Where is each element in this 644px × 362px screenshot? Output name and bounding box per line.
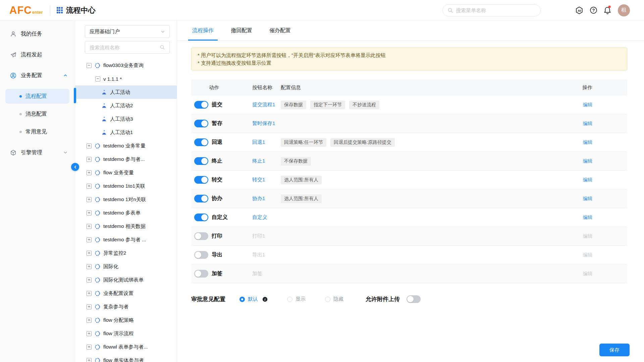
opinion-radio-option[interactable]: 隐藏 xyxy=(325,296,343,302)
tree-node[interactable]: −flow0303业务查询 xyxy=(75,59,177,72)
expand-icon[interactable]: + xyxy=(87,264,92,269)
info-icon[interactable]: i xyxy=(262,297,268,302)
collapse-icon[interactable]: − xyxy=(87,63,92,68)
apps-grid-icon[interactable] xyxy=(57,7,63,13)
tree-node[interactable]: +testdemo 参与者 ... xyxy=(75,233,177,246)
expand-icon[interactable]: + xyxy=(87,224,92,229)
tree-node[interactable]: +异常监控2 xyxy=(75,246,177,260)
tree-node[interactable]: +flow 单实体参与者 xyxy=(75,354,177,362)
attachment-upload-toggle[interactable] xyxy=(407,295,421,303)
expand-icon[interactable]: + xyxy=(87,358,92,362)
expand-icon[interactable]: + xyxy=(87,304,92,309)
sidebar-collapse-button[interactable] xyxy=(71,163,79,171)
expand-icon[interactable]: + xyxy=(87,210,92,216)
process-search-input[interactable] xyxy=(90,45,160,50)
button-name-link[interactable]: 终止1 xyxy=(252,158,265,164)
edit-link[interactable]: 编辑 xyxy=(583,121,592,126)
action-toggle[interactable] xyxy=(194,120,208,127)
collapse-icon[interactable]: − xyxy=(95,76,100,81)
tree-node[interactable]: 人工活动 xyxy=(75,85,177,99)
edit-link[interactable]: 编辑 xyxy=(583,102,592,107)
expand-icon[interactable]: + xyxy=(87,251,92,256)
edit-link[interactable]: 编辑 xyxy=(583,196,592,201)
tree-node[interactable]: +testdemo 1对n关联 xyxy=(75,193,177,206)
expand-icon[interactable]: + xyxy=(87,197,92,202)
tree-node[interactable]: +testdemo 1to1关联 xyxy=(75,179,177,193)
save-button[interactable]: 保存 xyxy=(599,344,630,356)
sidebar-item-message-config[interactable]: 消息配置 xyxy=(5,107,69,121)
sidebar-item-common-opinions[interactable]: 常用意见 xyxy=(5,124,69,139)
button-name-link[interactable]: 协办1 xyxy=(252,195,265,201)
tree-node[interactable]: 人工活动2 xyxy=(75,99,177,112)
edit-link[interactable]: 编辑 xyxy=(583,233,592,239)
notifications-bell-icon[interactable] xyxy=(603,5,612,15)
expand-icon[interactable]: + xyxy=(87,278,92,283)
button-name-link[interactable]: 加签 xyxy=(252,270,262,276)
tree-node[interactable]: +testdemo 多表单 xyxy=(75,206,177,220)
ai-assistant-icon[interactable]: AI xyxy=(575,5,584,15)
button-name-link[interactable]: 提交流程1 xyxy=(252,102,275,107)
button-name-link[interactable]: 转交1 xyxy=(252,177,265,182)
process-search[interactable] xyxy=(85,41,170,54)
sidebar-item-business-config[interactable]: 业务配置 xyxy=(0,65,75,86)
tree-node[interactable]: +业务配置设置 xyxy=(75,287,177,300)
expand-icon[interactable]: + xyxy=(87,291,92,296)
tree-node[interactable]: +flowwl 表单参与者... xyxy=(75,340,177,354)
action-toggle[interactable] xyxy=(194,232,208,240)
tree-node[interactable]: +复杂参与者 xyxy=(75,300,177,313)
button-name-link[interactable]: 打印1 xyxy=(252,233,265,239)
edit-link[interactable]: 编辑 xyxy=(583,252,592,257)
tree-node[interactable]: +testdemo 参与者... xyxy=(75,153,177,166)
expand-icon[interactable]: + xyxy=(87,157,92,162)
user-avatar[interactable]: 租 xyxy=(618,4,630,16)
expand-icon[interactable]: + xyxy=(87,237,92,242)
action-toggle[interactable] xyxy=(194,101,208,109)
radio-icon[interactable] xyxy=(287,297,292,302)
help-icon[interactable]: ? xyxy=(589,5,598,15)
tree-node[interactable]: +testdemo 相关数据 xyxy=(75,220,177,233)
tab-withdraw-config[interactable]: 撤回配置 xyxy=(230,27,253,41)
button-name-link[interactable]: 导出1 xyxy=(252,252,265,257)
edit-link[interactable]: 编辑 xyxy=(583,158,592,164)
sidebar-item-process-config[interactable]: 流程配置 xyxy=(5,89,69,104)
tree-node[interactable]: 人工活动1 xyxy=(75,126,177,139)
menu-search[interactable] xyxy=(442,4,541,16)
tree-node[interactable]: 人工活动3 xyxy=(75,112,177,126)
action-toggle[interactable] xyxy=(194,157,208,165)
tree-node[interactable]: −v 1.1.1 * xyxy=(75,72,177,85)
expand-icon[interactable]: + xyxy=(87,184,92,189)
action-toggle[interactable] xyxy=(194,214,208,221)
edit-link[interactable]: 编辑 xyxy=(583,139,592,145)
action-toggle[interactable] xyxy=(194,270,208,278)
action-toggle[interactable] xyxy=(194,251,208,259)
radio-icon[interactable] xyxy=(325,297,330,302)
tree-node[interactable]: +国际化测试绑表单 xyxy=(75,273,177,287)
tree-node[interactable]: +flow 演示流程 xyxy=(75,327,177,340)
expand-icon[interactable]: + xyxy=(87,318,92,323)
action-toggle[interactable] xyxy=(194,195,208,202)
edit-link[interactable]: 编辑 xyxy=(583,177,592,182)
expand-icon[interactable]: + xyxy=(87,143,92,148)
expand-icon[interactable]: + xyxy=(87,170,92,175)
edit-link[interactable]: 编辑 xyxy=(583,271,592,276)
opinion-radio-option[interactable]: 默认i xyxy=(239,296,268,302)
action-toggle[interactable] xyxy=(194,176,208,184)
tree-node[interactable]: +flow 分配策略 xyxy=(75,313,177,327)
tree-node[interactable]: +flow 业务变量 xyxy=(75,166,177,179)
sidebar-item-start-process[interactable]: 流程发起 xyxy=(0,44,75,65)
button-name-link[interactable]: 自定义 xyxy=(252,214,267,220)
tab-process-operations[interactable]: 流程操作 xyxy=(192,27,214,41)
menu-search-input[interactable] xyxy=(456,7,536,13)
action-toggle[interactable] xyxy=(194,138,208,146)
tab-urge-config[interactable]: 催办配置 xyxy=(269,27,291,41)
sidebar-item-engine-management[interactable]: 引擎管理 xyxy=(0,142,75,163)
expand-icon[interactable]: + xyxy=(87,345,92,350)
button-name-link[interactable]: 回退1 xyxy=(252,139,265,145)
radio-icon[interactable] xyxy=(239,297,245,302)
expand-icon[interactable]: + xyxy=(87,331,92,336)
sidebar-item-my-tasks[interactable]: 我的任务 xyxy=(0,23,75,44)
edit-link[interactable]: 编辑 xyxy=(583,215,592,220)
tree-node[interactable]: +testdemo 业务常量 xyxy=(75,139,177,153)
application-select[interactable]: 应用基础门户 xyxy=(85,25,170,38)
button-name-link[interactable]: 暂时保存1 xyxy=(252,120,275,126)
